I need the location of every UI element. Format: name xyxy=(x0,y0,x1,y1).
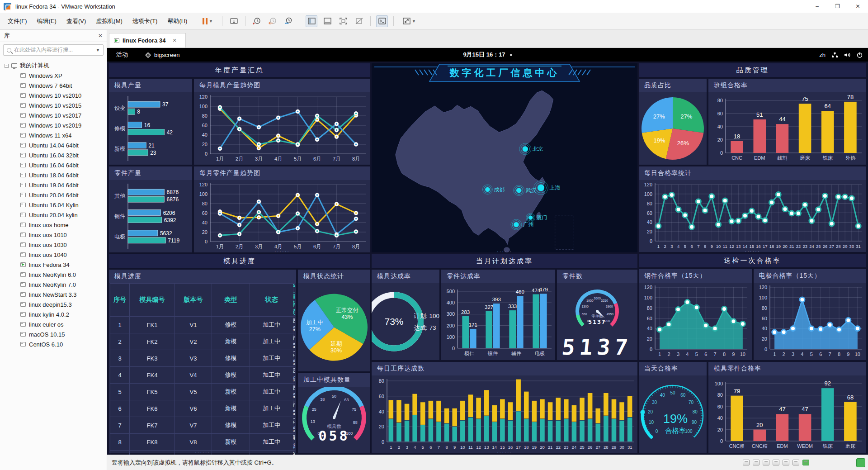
close-button[interactable]: ✕ xyxy=(848,0,868,13)
focused-app[interactable]: bigscreen xyxy=(145,52,179,58)
show-thumbnail-bar-icon[interactable] xyxy=(321,15,333,27)
enter-fullscreen-icon[interactable] xyxy=(337,15,349,27)
sidebar-item-linux-newstart-3-3[interactable]: linux NewStart 3.3 xyxy=(0,290,107,299)
sidebar-item-ubuntu-18-04-64bit[interactable]: Ubuntu 18.04 64bit xyxy=(0,170,107,180)
svg-text:20: 20 xyxy=(783,244,788,249)
svg-text:20: 20 xyxy=(647,229,652,234)
panel-title: 每月零件产量趋势图 xyxy=(194,166,370,180)
svg-text:92: 92 xyxy=(825,380,831,387)
minimize-button[interactable]: – xyxy=(807,0,827,13)
sidebar-item-ubuntu-14-04-64bit[interactable]: Ubuntu 14.04 64bit xyxy=(0,140,107,150)
menu-item[interactable]: 文件(F) xyxy=(3,14,32,28)
show-library-icon[interactable] xyxy=(306,15,317,27)
menu-item[interactable]: 查看(V) xyxy=(61,14,91,28)
sidebar-item-windows-7-64bit[interactable]: Windows 7 64bit xyxy=(0,81,107,90)
svg-text:43%: 43% xyxy=(341,314,353,320)
activities-button[interactable]: 活动 xyxy=(113,51,132,59)
sidebar-item-linux-fedora-34[interactable]: linux Fedora 34 xyxy=(0,260,107,270)
sidebar-item-windows-10-vs2010[interactable]: Windows 10 vs2010 xyxy=(0,90,107,100)
network-icon[interactable] xyxy=(831,52,838,58)
fit-guest-icon[interactable]: ▼ xyxy=(399,15,419,27)
hard-disk-icon[interactable] xyxy=(753,460,760,465)
sidebar-item-ubuntu-20-04-64bit[interactable]: Ubuntu 20.04 64bit xyxy=(0,190,107,200)
sidebar-item-linux-kylin-4-0-2[interactable]: linux kylin 4.0.2 xyxy=(0,309,107,319)
sound-icon[interactable] xyxy=(793,460,799,465)
sidebar-item-linux-uos-1040[interactable]: linux uos 1040 xyxy=(0,250,107,260)
svg-text:设变: 设变 xyxy=(114,105,125,111)
sidebar-item-linux-neokylin-6-0[interactable]: linux NeoKylin 6.0 xyxy=(0,270,107,280)
sidebar-item-linux-euler-os[interactable]: linux euler os xyxy=(0,319,107,329)
svg-text:21: 21 xyxy=(789,244,794,249)
svg-text:0: 0 xyxy=(650,347,652,352)
vm-icon xyxy=(20,223,26,227)
menu-bar: 文件(F)编辑(E)查看(V)虚拟机(M)选项卡(T)帮助(H) ▼ ▼ xyxy=(0,13,868,30)
sidebar-item-linux-uos-1030[interactable]: linux uos 1030 xyxy=(0,240,107,250)
sidebar-item-windows-11-x64[interactable]: Windows 11 x64 xyxy=(0,130,107,140)
menu-item[interactable]: 虚拟机(M) xyxy=(91,14,127,28)
message-log-icon[interactable] xyxy=(743,460,750,465)
sidebar-item-ubuntu-20-04-kylin[interactable]: Ubuntu 20.04 kylin xyxy=(0,210,107,220)
svg-text:28: 28 xyxy=(836,244,841,249)
city-marker-厦门[interactable]: 厦门 xyxy=(526,213,547,222)
maximize-button[interactable]: ❐ xyxy=(827,0,848,13)
take-snapshot-icon[interactable] xyxy=(251,15,263,27)
svg-text:75: 75 xyxy=(352,407,356,412)
chart-svg: 013253850637588100模具数058 xyxy=(298,387,370,453)
tab-strip: linux Fedora 34 ✕ xyxy=(107,30,868,48)
power-icon[interactable] xyxy=(857,52,863,58)
svg-text:13: 13 xyxy=(311,419,315,424)
svg-text:17: 17 xyxy=(516,445,521,450)
search-dropdown-icon[interactable]: ▼ xyxy=(96,48,100,52)
revert-snapshot-icon[interactable] xyxy=(267,15,278,27)
sidebar-item-windows-xp[interactable]: Windows XP xyxy=(0,71,107,81)
snapshot-manager-icon[interactable] xyxy=(283,15,294,27)
svg-text:23: 23 xyxy=(802,244,807,249)
sidebar-item-linux-deepin15-3[interactable]: linux deepin15.3 xyxy=(0,299,107,309)
tree-root-my-computer[interactable]: − 我的计算机 xyxy=(0,61,107,71)
svg-text:171: 171 xyxy=(469,322,477,328)
menu-item[interactable]: 编辑(E) xyxy=(32,14,61,28)
sidebar-item-ubuntu-19-04-64bit[interactable]: Ubuntu 19.04 64bit xyxy=(0,180,107,190)
tab-linux-fedora-34[interactable]: linux Fedora 34 ✕ xyxy=(109,33,186,47)
send-ctrl-alt-del-icon[interactable] xyxy=(228,15,240,27)
sidebar-item-linux-neokylin-7-0[interactable]: linux NeoKylin 7.0 xyxy=(0,280,107,290)
input-language[interactable]: zh xyxy=(819,52,826,58)
sidebar-item-ubuntu-16-04-32bit[interactable]: Ubuntu 16.04 32bit xyxy=(0,150,107,160)
sidebar-item-ubuntu-16-04-64bit[interactable]: Ubuntu 16.04 64bit xyxy=(0,160,107,170)
exit-fullscreen-icon[interactable] xyxy=(353,15,365,27)
clock[interactable]: 9月15日 16：17 xyxy=(463,51,512,59)
tab-close-icon[interactable]: ✕ xyxy=(172,38,176,43)
search-input[interactable]: 在此处键入内容进行搜... ▼ xyxy=(3,44,104,56)
computer-icon xyxy=(11,63,17,68)
volume-icon[interactable] xyxy=(844,52,851,58)
vm-icon xyxy=(20,123,26,128)
sidebar-item-linux-uos-home[interactable]: linux uos home xyxy=(0,220,107,230)
svg-text:100: 100 xyxy=(199,191,208,197)
svg-text:钢件: 钢件 xyxy=(114,213,125,219)
vm-icon xyxy=(20,292,26,297)
sidebar-item-macos-10-15[interactable]: macOS 10.15 xyxy=(0,329,107,339)
vmware-tools-icon[interactable] xyxy=(802,460,809,465)
usb-icon[interactable] xyxy=(783,460,789,465)
svg-text:6392: 6392 xyxy=(164,217,176,223)
sidebar-item-linux-uos-1010[interactable]: linux uos 1010 xyxy=(0,230,107,240)
open-terminal-icon[interactable] xyxy=(376,15,388,27)
library-close-icon[interactable]: ✕ xyxy=(98,33,103,39)
sidebar-item-centos-6-10[interactable]: CentOS 6.10 xyxy=(0,339,107,349)
svg-text:88: 88 xyxy=(353,420,358,425)
sidebar-item-windows-10-vs2015[interactable]: Windows 10 vs2015 xyxy=(0,100,107,110)
menu-item[interactable]: 选项卡(T) xyxy=(127,14,163,28)
collapse-icon[interactable]: − xyxy=(5,64,9,68)
menu-item[interactable]: 帮助(H) xyxy=(162,14,192,28)
pause-vm-button[interactable]: ▼ xyxy=(198,15,217,27)
sidebar-item-windows-10-vs2017[interactable]: Windows 10 vs2017 xyxy=(0,110,107,120)
status-message: 要将输入定向到该虚拟机，请将鼠标指针移入其中或按 Ctrl+G。 xyxy=(112,459,278,467)
sidebar-item-ubuntu-16-04-kylin[interactable]: Ubuntu 16.04 Kylin xyxy=(0,200,107,210)
cd-rom-icon[interactable] xyxy=(763,460,769,465)
svg-text:0: 0 xyxy=(205,239,208,244)
network-adapter-icon[interactable] xyxy=(773,460,779,465)
vm-icon xyxy=(20,83,26,88)
vmware-tray-icon[interactable] xyxy=(856,458,865,467)
sidebar-item-windows-10-vs2019[interactable]: Windows 10 vs2019 xyxy=(0,120,107,130)
svg-text:4: 4 xyxy=(414,445,416,450)
